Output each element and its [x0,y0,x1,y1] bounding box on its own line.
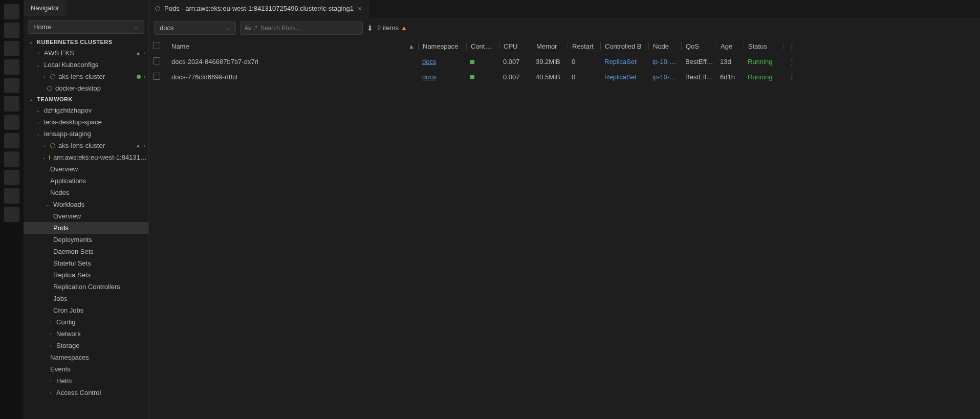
col-restarts[interactable]: Restart [568,42,598,50]
tree-label: Overview [50,165,78,173]
pods-table: Name ▲ Namespace Cont… CPU Memor Restart… [149,39,980,85]
tree-item-arn-cluster[interactable]: ⌄ arn:aws:eks:eu-west-1:84131… › [24,151,148,163]
tree-label: Stateful Sets [53,259,91,267]
rail-slot[interactable] [4,188,19,204]
item-count-text: 2 items [377,24,399,32]
rail-slot[interactable] [4,151,19,167]
tab-pods[interactable]: Pods - arn:aws:eks:eu-west-1:84131072549… [149,0,368,17]
section-kubernetes-clusters[interactable]: ⌄ KUBERNETES CLUSTERS [24,37,148,47]
tree-label: Overview [53,212,81,220]
tree-item-workloads[interactable]: ⌄ Workloads [24,199,148,210]
tree-item-daemon-sets[interactable]: Daemon Sets [24,246,148,257]
tree-item-replica-sets[interactable]: Replica Sets [24,269,148,281]
row-menu-icon[interactable]: ⋮ [783,73,796,81]
cell-node-link[interactable]: ip-10-1-24- [648,73,679,81]
sidebar: Navigator Home ⌄ ⌄ KUBERNETES CLUSTERS ›… [24,0,149,419]
rail-slot[interactable] [4,96,19,112]
rail-slot[interactable] [4,78,19,93]
cell-controlled-by-link[interactable]: ReplicaSet [600,58,646,65]
tree-item-access-control[interactable]: › Access Control [24,387,148,399]
case-sensitive-toggle[interactable]: Aa [245,25,251,31]
tree-item-cron-jobs[interactable]: Cron Jobs [24,304,148,316]
tree-item-aks-lens-cluster[interactable]: › aks-lens-cluster › [24,71,148,82]
col-status[interactable]: Status [744,42,781,50]
tree-item-namespaces[interactable]: Namespaces [24,351,148,363]
col-node[interactable]: Node [648,42,679,50]
col-qos[interactable]: QoS [681,42,714,50]
tree-item-config[interactable]: › Config [24,316,148,328]
col-controlled-by[interactable]: Controlled B [600,42,646,50]
tree-item-docker-desktop[interactable]: docker-desktop [24,82,148,94]
tree-label: Storage [56,342,80,349]
row-menu-icon[interactable]: ⋮ [783,58,796,65]
tree-item-stateful-sets[interactable]: Stateful Sets [24,257,148,269]
col-warning[interactable]: ▲ [404,43,416,50]
rail-slot[interactable] [4,23,19,38]
tree-label: Events [50,365,71,373]
select-all-checkbox[interactable] [153,42,169,51]
col-containers[interactable]: Cont… [466,42,497,50]
search-input[interactable] [260,25,358,32]
tree-item-nodes[interactable]: Nodes [24,187,148,199]
regex-toggle[interactable]: .* [254,25,257,31]
download-icon[interactable]: ⬇ [367,24,373,32]
cell-node-link[interactable]: ip-10-1-70- [648,58,679,65]
table-row[interactable]: docs-776cfd6699-rt8cl docs 0.007 40.5MiB… [149,70,980,85]
cell-name: docs-776cfd6699-rt8cl [171,73,402,81]
col-age[interactable]: Age [716,42,742,50]
cell-namespace-link[interactable]: docs [418,58,464,65]
tree-item-user[interactable]: ⌄ dzhigzhitzhapov [24,104,148,116]
tree-item-aws-eks[interactable]: › AWS EKS ▲ › [24,47,148,59]
home-select[interactable]: Home ⌄ [28,20,144,34]
tree-item-pods[interactable]: Pods [24,222,148,234]
search-wrap: Aa .* [240,21,363,35]
col-namespace[interactable]: Namespace [418,42,464,50]
tree-label: Nodes [50,189,70,196]
rail-slot[interactable] [4,207,19,222]
tree-item-replication-controllers[interactable]: Replication Controllers [24,281,148,293]
table-row[interactable]: docs-2024-846687b7b7-dx7rl docs 0.007 39… [149,54,980,70]
tree-item-storage[interactable]: › Storage [24,340,148,351]
section-teamwork[interactable]: ⌄ TEAMWORK [24,94,148,104]
rail-slot[interactable] [4,133,19,148]
tree-item-applications[interactable]: Applications [24,175,148,187]
chevron-right-icon: › [42,143,47,148]
cell-qos: BestEffort [681,73,714,81]
col-name[interactable]: Name [171,42,402,50]
column-menu-icon[interactable]: ⋮ [783,42,796,50]
rail-slot[interactable] [4,170,19,185]
tree-item-lens-desktop-space[interactable]: ⌄ lens-desktop-space [24,116,148,128]
tree-item-aks-lens-cluster2[interactable]: › aks-lens-cluster ▲ › [24,140,148,151]
navigator-tab[interactable]: Navigator [24,0,67,16]
tree-item-deployments[interactable]: Deployments [24,234,148,246]
cluster-status-icon [47,86,52,91]
tree-item-helm[interactable]: › Helm [24,375,148,387]
rail-slot[interactable] [4,41,19,56]
close-icon[interactable]: × [358,5,362,13]
tree-label: Config [56,318,76,326]
rail-slot[interactable] [4,115,19,130]
cell-controlled-by-link[interactable]: ReplicaSet [600,73,646,81]
rail-slot[interactable] [4,59,19,75]
tree-label: Namespaces [50,354,89,361]
row-checkbox[interactable] [153,73,169,81]
cell-namespace-link[interactable]: docs [418,73,464,81]
cluster-status-icon [50,143,55,148]
row-checkbox[interactable] [153,57,169,66]
tree-item-overview[interactable]: Overview [24,163,148,175]
nav-tree: ⌄ KUBERNETES CLUSTERS › AWS EKS ▲ › ⌄ Lo… [24,37,148,419]
cell-restarts: 0 [568,73,598,81]
chevron-down-icon: ⌄ [29,97,34,102]
col-cpu[interactable]: CPU [499,42,530,50]
namespace-select[interactable]: docs ⌄ [154,21,236,35]
tree-item-workloads-overview[interactable]: Overview [24,210,148,222]
rail-slot[interactable] [4,4,19,19]
tree-item-events[interactable]: Events [24,363,148,375]
tree-item-lensapp-staging[interactable]: ⌄ lensapp-staging [24,128,148,140]
tree-item-local-kubeconfigs[interactable]: ⌄ Local Kubeconfigs [24,59,148,71]
tree-label: Helm [56,377,72,385]
tree-item-network[interactable]: › Network [24,328,148,340]
col-memory[interactable]: Memor [532,42,565,50]
tree-item-jobs[interactable]: Jobs [24,293,148,304]
section-title: KUBERNETES CLUSTERS [37,39,113,45]
